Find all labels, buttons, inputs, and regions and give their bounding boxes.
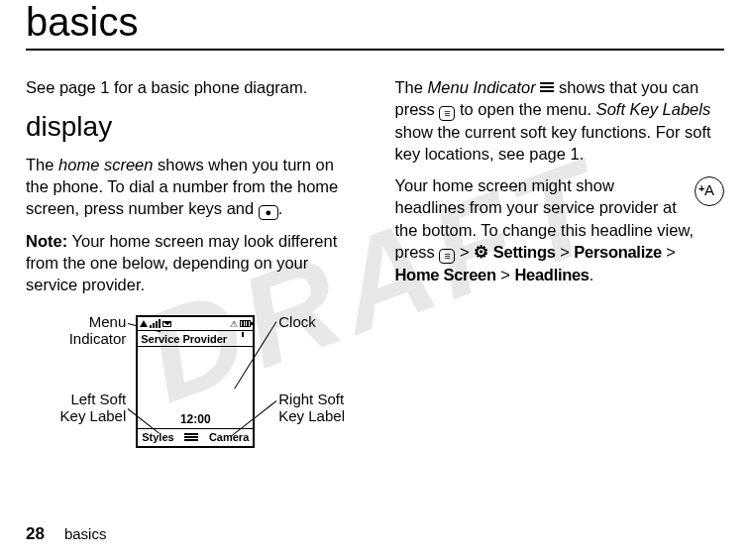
note-paragraph: Note: Your home screen may look differen… <box>26 230 356 295</box>
right-column: The Menu Indicator shows that you can pr… <box>395 76 725 474</box>
home-screen-term: home screen <box>58 156 153 173</box>
text-fragment: . <box>278 199 283 217</box>
label-text: Left Soft Key Label <box>60 391 127 424</box>
left-softkey-label: Styles <box>142 430 173 445</box>
text-fragment: The <box>395 78 428 96</box>
text-fragment: show the current soft key functions. For… <box>395 123 711 163</box>
label-text: Clock <box>278 313 316 330</box>
menu-indicator-paragraph: The Menu Indicator shows that you can pr… <box>395 76 725 165</box>
menu-indicator-icon <box>184 433 198 442</box>
diagram-label-menu-indicator: Menu Indicator <box>27 313 126 348</box>
display-heading: display <box>26 108 356 146</box>
alert-icon: ⚠ <box>230 318 238 330</box>
page-number: 28 <box>26 524 45 544</box>
label-text: Menu Indicator <box>69 313 127 347</box>
note-label: Note: <box>26 232 67 250</box>
diagram-label-clock: Clock <box>278 313 316 330</box>
page-title: basics <box>26 0 724 51</box>
gt-separator: > <box>556 243 575 261</box>
tools-icon: ⚙ <box>474 243 488 261</box>
battery-icon <box>240 320 251 327</box>
text-fragment: to open the menu. <box>455 100 595 118</box>
menu-path-headlines: Headlines <box>514 266 589 283</box>
intro-paragraph: See page 1 for a basic phone diagram. <box>26 76 356 98</box>
menu-key-icon: ≡ <box>439 249 455 264</box>
text-fragment: The <box>26 156 58 173</box>
signal-icon <box>150 319 161 328</box>
service-provider-row: Service Provider <box>138 331 253 347</box>
page-footer: 28 basics <box>26 524 106 544</box>
menu-path-settings: Settings <box>493 243 556 261</box>
text-fragment: . <box>589 266 594 283</box>
clock-text: 12:00 <box>138 411 253 427</box>
message-icon <box>162 321 171 327</box>
call-key-icon: ● <box>259 205 278 220</box>
phone-screen: ⚠ Service Provider 12:00 Styles Camera <box>136 315 255 448</box>
headlines-paragraph: A Your home screen might show headlines … <box>395 174 725 284</box>
menu-path-personalize: Personalize <box>574 243 661 261</box>
nav-triangle-icon <box>140 320 148 327</box>
home-screen-paragraph: The home screen shows when you turn on t… <box>26 154 356 220</box>
menu-key-icon: ≡ <box>439 106 455 121</box>
note-text: Your home screen may look different from… <box>26 232 337 293</box>
gt-separator: > <box>662 243 676 261</box>
phone-body: 12:00 <box>138 347 253 428</box>
left-column: See page 1 for a basic phone diagram. di… <box>26 76 356 474</box>
menu-path-homescreen: Home Screen <box>395 266 496 283</box>
phone-diagram: Menu Indicator Left Soft Key Label Clock… <box>27 305 354 474</box>
soft-key-labels-term: Soft Key Labels <box>596 100 711 118</box>
status-bar: ⚠ <box>138 317 253 331</box>
softkey-row: Styles Camera <box>138 428 253 446</box>
footer-section: basics <box>64 525 107 542</box>
menu-indicator-term: Menu Indicator <box>428 78 536 96</box>
gt-separator: > <box>455 243 474 261</box>
operator-circle-icon: A <box>695 176 724 206</box>
right-softkey-label: Camera <box>209 430 249 445</box>
diagram-label-left-softkey: Left Soft Key Label <box>27 391 126 425</box>
menu-indicator-icon <box>540 82 554 94</box>
label-text: Right Soft Key Label <box>278 391 345 424</box>
gt-separator: > <box>496 266 515 283</box>
diagram-label-right-softkey: Right Soft Key Label <box>278 391 345 425</box>
